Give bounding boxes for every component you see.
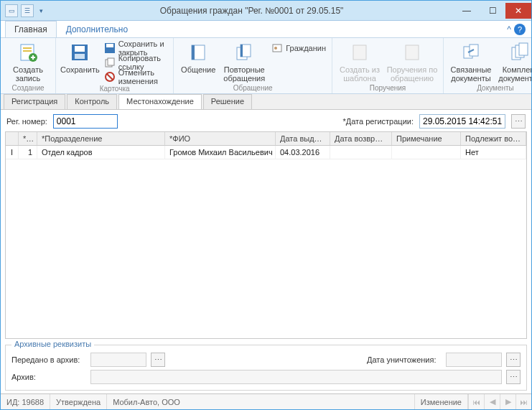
- subtab-control[interactable]: Контроль: [67, 94, 117, 109]
- subtab-location[interactable]: Местонахождение: [118, 94, 202, 109]
- cell-issued[interactable]: 04.03.2016: [276, 146, 330, 159]
- new-record-icon: [17, 41, 39, 64]
- nav-last[interactable]: ⏭: [515, 394, 531, 410]
- nav-first[interactable]: ⏮: [468, 394, 484, 410]
- cell-num: 1: [19, 146, 37, 159]
- copy-link-button[interactable]: Копировать ссылку: [103, 55, 169, 70]
- svg-rect-10: [108, 58, 114, 65]
- cell-returnable[interactable]: Нет: [461, 146, 526, 159]
- minimize-button[interactable]: —: [454, 3, 480, 19]
- help-icon[interactable]: ?: [514, 24, 526, 35]
- general-label: Общение: [181, 65, 215, 74]
- citizen-label: Гражданин: [286, 44, 326, 52]
- undo-button[interactable]: Отменить изменения: [103, 70, 169, 84]
- archive-label: Архив:: [11, 373, 86, 381]
- col-returnable[interactable]: Подлежит возвр...: [461, 132, 526, 145]
- nav-next[interactable]: ▶: [500, 394, 515, 410]
- by-appeal-label: Поручения по обращению: [387, 65, 438, 83]
- repeat-label: Повторные обращения: [223, 65, 265, 83]
- orders-icon: [401, 41, 424, 64]
- ql-dropdown[interactable]: ▾: [37, 4, 45, 17]
- transferred-picker[interactable]: ⋯: [151, 353, 165, 367]
- col-returned[interactable]: Дата возврата: [330, 132, 392, 145]
- copy-link-icon: [104, 57, 116, 68]
- repeat-icon: [233, 41, 256, 64]
- docset-button[interactable]: Комплект документов: [497, 39, 532, 83]
- svg-rect-14: [192, 45, 195, 60]
- cell-fio[interactable]: Громов Михаил Васильевич: [165, 146, 276, 159]
- docset-label: Комплект документов: [498, 65, 532, 83]
- svg-rect-2: [23, 50, 32, 52]
- destroy-field[interactable]: [446, 353, 502, 367]
- cell-dept[interactable]: Отдел кадров: [37, 146, 165, 159]
- archive-panel: Архивные реквизиты Передано в архив: ⋯ Д…: [5, 345, 527, 391]
- col-marker: [6, 132, 19, 145]
- create-record-button[interactable]: Создать запись: [5, 39, 51, 83]
- reg-number-input[interactable]: [53, 114, 118, 129]
- linked-docs-button[interactable]: Связанные документы: [448, 39, 494, 83]
- destroy-picker[interactable]: ⋯: [506, 353, 521, 367]
- undo-icon: [104, 71, 116, 83]
- col-num[interactable]: *№: [19, 132, 37, 145]
- transferred-label: Передано в архив:: [11, 355, 86, 364]
- svg-rect-21: [406, 45, 419, 60]
- group-create-label: Создание: [5, 83, 51, 93]
- col-dept[interactable]: *Подразделение: [37, 132, 165, 145]
- ql-layout-icon[interactable]: ☰: [21, 4, 34, 17]
- col-fio[interactable]: *ФИО: [165, 132, 276, 145]
- svg-rect-26: [519, 43, 528, 55]
- ribbon-tab-extra[interactable]: Дополнительно: [57, 21, 137, 37]
- reg-date-input[interactable]: [419, 114, 505, 129]
- linked-docs-icon: [459, 41, 482, 64]
- col-issued[interactable]: Дата выдачи: [276, 132, 330, 145]
- cell-note[interactable]: [392, 146, 461, 159]
- ql-app-icon[interactable]: ▭: [5, 4, 18, 17]
- save-close-button[interactable]: Сохранить и закрыть: [103, 41, 169, 55]
- window-title: Обращения граждан "Рег. №0001 от 29.05.1…: [50, 6, 454, 16]
- group-docs-label: Документы: [448, 83, 532, 93]
- save-close-icon: [104, 42, 116, 54]
- subtab-registration[interactable]: Регистрация: [4, 94, 65, 109]
- group-card-label: Карточка: [60, 84, 169, 94]
- save-icon: [68, 41, 91, 64]
- col-note[interactable]: Примечание: [392, 132, 461, 145]
- row-edit-marker: I: [6, 146, 19, 159]
- subtab-decision[interactable]: Решение: [203, 94, 252, 109]
- svg-line-12: [107, 74, 113, 80]
- cell-returned[interactable]: [330, 146, 392, 159]
- destroy-label: Дата уничтожения:: [367, 355, 442, 364]
- close-button[interactable]: ✕: [505, 3, 531, 19]
- svg-rect-20: [353, 45, 366, 60]
- status-state: Утверждена: [50, 394, 107, 409]
- reg-date-label: *Дата регистрации:: [342, 117, 414, 126]
- status-id: ИД: 19688: [1, 394, 50, 409]
- archive-field[interactable]: [90, 370, 502, 384]
- ribbon-tab-main[interactable]: Главная: [5, 21, 57, 37]
- reg-date-picker-button[interactable]: ⋯: [511, 114, 526, 129]
- linked-docs-label: Связанные документы: [451, 65, 492, 83]
- archive-picker[interactable]: ⋯: [506, 370, 521, 384]
- docset-icon: [508, 41, 531, 64]
- repeat-appeals-button[interactable]: Повторные обращения: [221, 39, 267, 83]
- template-icon: [348, 41, 371, 64]
- table-row[interactable]: I 1 Отдел кадров Громов Михаил Васильеви…: [6, 146, 526, 159]
- transferred-field[interactable]: [90, 353, 146, 367]
- maximize-button[interactable]: ☐: [480, 3, 505, 19]
- group-orders-label: Поручения: [337, 83, 439, 93]
- ribbon-collapse-icon[interactable]: ^: [507, 24, 511, 34]
- notebook-icon: [187, 41, 210, 64]
- status-org: Мобил-Авто, ООО: [107, 394, 415, 409]
- save-button[interactable]: Сохранить: [60, 39, 100, 74]
- general-button[interactable]: Общение: [178, 39, 218, 74]
- svg-rect-8: [106, 44, 113, 47]
- from-template-button: Создать из шаблона: [337, 39, 383, 83]
- citizen-icon: [271, 42, 283, 54]
- svg-rect-6: [75, 54, 85, 59]
- location-table[interactable]: *№ *Подразделение *ФИО Дата выдачи Дата …: [5, 131, 527, 339]
- svg-rect-5: [75, 46, 85, 52]
- citizen-button[interactable]: Гражданин: [270, 41, 327, 55]
- nav-prev[interactable]: ◀: [484, 394, 500, 410]
- status-mode: Изменение: [415, 394, 468, 409]
- create-record-label: Создать запись: [13, 65, 43, 83]
- reg-number-label: Рег. номер:: [6, 117, 47, 126]
